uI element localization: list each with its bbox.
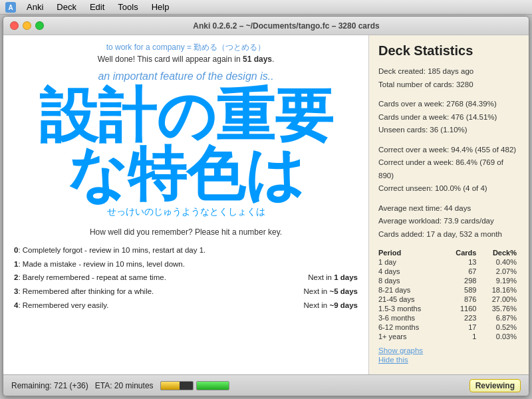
rating-3-label: 3: Remembered after thinking for a while… [14, 285, 154, 299]
deck-created: Deck created: 185 days ago [378, 65, 519, 78]
table-cell: 3-6 months [378, 313, 445, 323]
correct-unseen: Correct unseen: 100.0% (4 of 4) [378, 182, 519, 196]
table-row: 8-21 days58918.16% [378, 285, 519, 295]
col-cards: Cards [445, 248, 479, 257]
table-cell: 1 day [378, 257, 445, 267]
close-button[interactable] [10, 21, 19, 30]
maximize-button[interactable] [35, 21, 44, 30]
card-prompt: How well did you remember? Please hit a … [14, 227, 358, 237]
titlebar: Anki 0.2.6.2 – ~/Documents/tango.fc – 32… [3, 17, 529, 35]
total-cards: Total number of cards: 3280 [378, 78, 519, 92]
rating-2-next: Next in 1 days [308, 271, 358, 285]
svg-text:A: A [8, 4, 13, 11]
table-cell: 35.76% [479, 304, 519, 313]
table-cell: 0.52% [479, 323, 519, 332]
rating-0-label: 0: Completely forgot - review in 10 mins… [14, 243, 205, 257]
hide-this-link[interactable]: Hide this [378, 356, 519, 364]
table-cell: 17 [445, 323, 479, 332]
menu-edit[interactable]: Edit [84, 1, 110, 13]
table-cell: 6-12 months [378, 323, 445, 332]
col-deck-pct: Deck% [479, 248, 519, 257]
rating-4-label: 4: Remembered very easily. [14, 299, 108, 313]
table-cell: 0.40% [479, 257, 519, 267]
progress-bar-yellow [160, 381, 194, 390]
stats-panel: Deck Statistics Deck created: 185 days a… [369, 35, 529, 374]
rating-labels: 0: Completely forgot - review in 10 mins… [14, 243, 358, 312]
table-cell: 21-45 days [378, 295, 445, 304]
table-cell: 8-21 days [378, 285, 445, 295]
unseen-cards: Unseen cards: 36 (1.10%) [378, 124, 519, 137]
rating-row-2: 2: Barely remembered - repeat at same ti… [14, 271, 358, 285]
show-graphs-link[interactable]: Show graphs [378, 346, 519, 354]
cards-over-week: Cards over a week: 2768 (84.39%) [378, 98, 519, 111]
correct-under-week: Correct under a week: 86.4% (769 of 890) [378, 156, 519, 182]
table-row: 1.5-3 months116035.76% [378, 304, 519, 313]
menu-deck[interactable]: Deck [51, 1, 82, 13]
cards-added: Cards added: 17 a day, 532 a month [378, 228, 519, 241]
stats-correct: Correct over a week: 94.4% (455 of 482) … [378, 144, 519, 196]
table-row: 6-12 months170.52% [378, 323, 519, 332]
reviewing-badge: Reviewing [469, 379, 521, 392]
main-window: Anki 0.2.6.2 – ~/Documents/tango.fc – 32… [3, 16, 529, 396]
correct-over-week: Correct over a week: 94.4% (455 of 482) [378, 144, 519, 157]
table-cell: 4 days [378, 267, 445, 276]
rating-1-label: 1: Made a mistake - review in 10 mins, l… [14, 257, 185, 271]
card-panel: to work for a company = 勤める（つとめる） Well d… [3, 35, 369, 374]
avg-next-time: Average next time: 44 days [378, 202, 519, 215]
avg-workload: Average workload: 73.9 cards/day [378, 215, 519, 228]
table-cell: 6.87% [479, 313, 519, 323]
table-cell: 9.19% [479, 276, 519, 285]
window-title: Anki 0.2.6.2 – ~/Documents/tango.fc – 32… [51, 21, 522, 31]
menu-tools[interactable]: Tools [112, 1, 143, 13]
rating-2-label: 2: Barely remembered - repeat at same ti… [14, 271, 166, 285]
eta-label: ETA: 20 minutes [95, 381, 154, 390]
col-period: Period [378, 248, 445, 257]
table-cell: 876 [445, 295, 479, 304]
table-row: 21-45 days87627.00% [378, 295, 519, 304]
table-cell: 1 [445, 332, 479, 341]
table-cell: 589 [445, 285, 479, 295]
table-row: 3-6 months2236.87% [378, 313, 519, 323]
table-cell: 67 [445, 267, 479, 276]
remaining-label: Remaining: 721 (+36) [11, 381, 88, 390]
menu-anki[interactable]: Anki [21, 1, 49, 13]
table-cell: 18.16% [479, 285, 519, 295]
table-cell: 13 [445, 257, 479, 267]
table-cell: 27.00% [479, 295, 519, 304]
rating-3-next: Next in ~5 days [303, 285, 358, 299]
rating-row-1: 1: Made a mistake - review in 10 mins, l… [14, 257, 358, 271]
rating-row-0: 0: Completely forgot - review in 10 mins… [14, 243, 358, 257]
bottom-bar: Remaining: 721 (+36) ETA: 20 minutes Rev… [3, 374, 529, 396]
table-cell: 8 days [378, 276, 445, 285]
card-furigana: せっけいのじゅうようなとくしょくは [14, 206, 358, 218]
menubar: A Anki Deck Edit Tools Help [0, 0, 532, 15]
table-cell: 1+ years [378, 332, 445, 341]
table-row: 8 days2989.19% [378, 276, 519, 285]
card-hint: an important feature of the design is.. [14, 70, 358, 82]
stats-title: Deck Statistics [378, 43, 519, 59]
menu-help[interactable]: Help [146, 1, 175, 13]
table-row: 4 days672.07% [378, 267, 519, 276]
cards-under-week: Cards under a week: 476 (14.51%) [378, 111, 519, 124]
table-row: 1+ years10.03% [378, 332, 519, 341]
table-cell: 2.07% [479, 267, 519, 276]
stats-averages: Average next time: 44 days Average workl… [378, 202, 519, 241]
card-note: Well done! This card will appear again i… [14, 55, 358, 64]
stats-weekly: Cards over a week: 2768 (84.39%) Cards u… [378, 98, 519, 137]
table-cell: 1.5-3 months [378, 304, 445, 313]
app-icon: A [5, 2, 16, 13]
table-cell: 1160 [445, 304, 479, 313]
table-cell: 223 [445, 313, 479, 323]
progress-fill-green [197, 382, 229, 390]
rating-row-4: 4: Remembered very easily. Next in ~9 da… [14, 299, 358, 313]
progress-bars [160, 381, 229, 390]
traffic-lights [10, 21, 44, 30]
main-content: to work for a company = 勤める（つとめる） Well d… [3, 35, 529, 374]
stats-deck-info: Deck created: 185 days ago Total number … [378, 65, 519, 91]
minimize-button[interactable] [23, 21, 31, 30]
progress-fill-yellow [161, 382, 180, 390]
stats-table: Period Cards Deck% 1 day130.40%4 days672… [378, 248, 519, 341]
rating-4-next: Next in ~9 days [303, 299, 358, 313]
table-cell: 0.03% [479, 332, 519, 341]
card-kanji: 設計の重要な特色は [14, 86, 358, 203]
